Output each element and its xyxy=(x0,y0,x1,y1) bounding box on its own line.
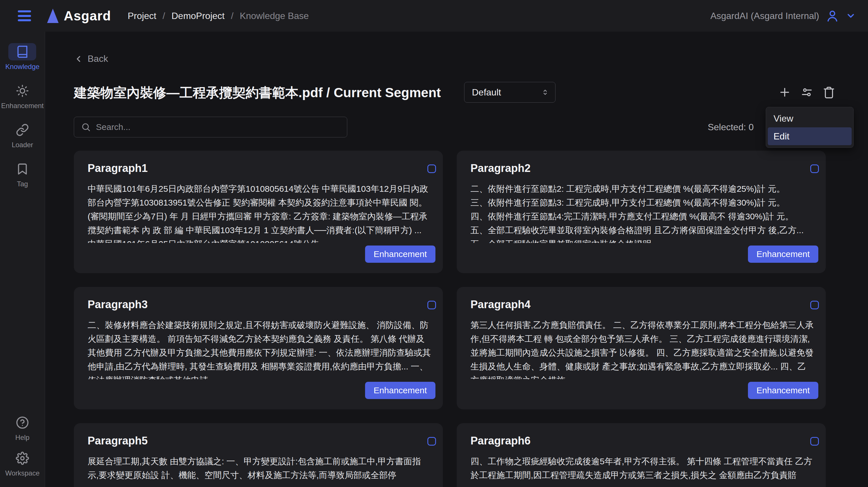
segment-select[interactable]: Default xyxy=(464,82,556,103)
card-text: 第三人任何損害,乙方應負賠償責任。 二、乙方得依專業分工原則,將本工程分包給第三… xyxy=(470,318,814,379)
card-checkbox[interactable] xyxy=(427,301,436,309)
hamburger-menu-icon[interactable] xyxy=(18,10,31,21)
brand-name: Asgard xyxy=(64,8,111,24)
search-icon xyxy=(81,122,91,132)
segment-select-value: Default xyxy=(472,87,541,98)
segment-card-paragraph5: Paragraph5 展延合理工期,其天數 由雙方協議之: 一、甲方變更設計:包… xyxy=(74,423,443,487)
sidebar-item-tag[interactable]: Tag xyxy=(9,161,36,188)
card-text: 二、裝修材料應合於建築技術規則之規定,且不得妨害或破壞防火避難設施、 消防設備、… xyxy=(88,318,431,379)
user-avatar-icon[interactable] xyxy=(826,9,839,23)
enhancement-button[interactable]: Enhancement xyxy=(365,246,435,263)
segment-card-paragraph6: Paragraph6 四、工作物之瑕疵經驗收完成後逾5年者,甲方不得主張。 第十… xyxy=(457,423,826,487)
toolbar-actions xyxy=(778,86,836,99)
page-title: 建築物室內裝修—工程承攬契約書範本.pdf / Current Segment xyxy=(74,84,441,102)
sidebar-item-label: Knowledge xyxy=(5,63,40,71)
card-checkbox[interactable] xyxy=(810,301,819,309)
card-text: 二、依附件進行至節點2: 工程完成時,甲方支付工程總價 %(最高不得逾25%)計… xyxy=(470,182,814,243)
sidebar-item-help[interactable]: Help xyxy=(8,414,36,441)
back-button[interactable]: Back xyxy=(74,54,108,64)
view-edit-menu: View Edit xyxy=(766,107,854,148)
topbar: Asgard Project / DemoProject / Knowledge… xyxy=(0,0,868,32)
breadcrumb-separator: / xyxy=(231,11,234,21)
bookmark-icon xyxy=(9,161,36,178)
card-text: 展延合理工期,其天數 由雙方協議之: 一、甲方變更設計:包含施工前或施工中,甲方… xyxy=(88,455,431,487)
sun-icon xyxy=(8,82,36,99)
sidebar: Knowledge Enhancement Loader xyxy=(0,32,45,487)
breadcrumb-demoproject[interactable]: DemoProject xyxy=(172,11,225,21)
main-content: Back 建築物室內裝修—工程承攬契約書範本.pdf / Current Seg… xyxy=(45,32,868,487)
menu-item-view[interactable]: View xyxy=(768,110,851,127)
sliders-settings-button[interactable] xyxy=(800,86,813,99)
book-icon xyxy=(8,43,36,60)
sidebar-item-label: Tag xyxy=(17,180,28,188)
app-logo[interactable]: Asgard xyxy=(47,8,111,24)
breadcrumb: Project / DemoProject / Knowledge Base xyxy=(127,11,309,21)
chevron-left-icon xyxy=(74,54,84,64)
trash-button[interactable] xyxy=(822,86,836,99)
card-title: Paragraph6 xyxy=(470,435,818,447)
enhancement-button[interactable]: Enhancement xyxy=(365,382,435,399)
card-title: Paragraph5 xyxy=(88,435,435,447)
select-chevrons-icon xyxy=(541,88,550,96)
user-area[interactable]: AsgardAI (Asgard Internal) xyxy=(710,9,856,23)
sidebar-footer: Help Workspace xyxy=(5,406,40,487)
breadcrumb-separator: / xyxy=(162,11,165,21)
segment-card-paragraph4: Paragraph4 第三人任何損害,乙方應負賠償責任。 二、乙方得依專業分工原… xyxy=(457,287,826,409)
segment-card-paragraph1: Paragraph1 中華民國101年6月25日內政部台內營字第10108056… xyxy=(74,151,443,273)
gear-icon xyxy=(8,450,36,467)
link-icon xyxy=(9,121,36,139)
card-text: 中華民國101年6月25日內政部台內營字第1010805614號公告 中華民國1… xyxy=(88,182,431,243)
card-text: 四、工作物之瑕疵經驗收完成後逾5年者,甲方不得主張。 第十四條 工程管理不當責任… xyxy=(470,455,814,487)
user-name: AsgardAI (Asgard Internal) xyxy=(710,11,819,21)
segment-card-paragraph2: Paragraph2 二、依附件進行至節點2: 工程完成時,甲方支付工程總價 %… xyxy=(457,151,826,273)
search-input[interactable] xyxy=(96,122,341,132)
breadcrumb-project[interactable]: Project xyxy=(127,11,156,21)
add-segment-button[interactable] xyxy=(778,86,791,99)
sidebar-item-label: Workspace xyxy=(5,469,40,477)
card-checkbox[interactable] xyxy=(427,165,436,173)
segment-card-paragraph3: Paragraph3 二、裝修材料應合於建築技術規則之規定,且不得妨害或破壞防火… xyxy=(74,287,443,409)
back-label: Back xyxy=(88,54,108,64)
card-title: Paragraph4 xyxy=(470,298,818,311)
help-circle-icon xyxy=(8,414,36,431)
menu-item-edit[interactable]: Edit xyxy=(768,127,851,145)
sidebar-item-label: Loader xyxy=(12,141,33,149)
breadcrumb-knowledge-base: Knowledge Base xyxy=(240,11,309,21)
chevron-down-icon[interactable] xyxy=(846,11,856,21)
enhancement-button[interactable]: Enhancement xyxy=(748,246,818,263)
selected-count: Selected: 0 xyxy=(650,122,754,133)
sidebar-item-enhancement[interactable]: Enhancement xyxy=(1,82,44,110)
sidebar-item-label: Help xyxy=(15,433,29,441)
card-title: Paragraph3 xyxy=(88,298,435,311)
sidebar-item-loader[interactable]: Loader xyxy=(9,121,36,149)
logo-triangle-icon xyxy=(47,9,59,23)
segment-card-grid: Paragraph1 中華民國101年6月25日內政部台內營字第10108056… xyxy=(74,151,826,487)
card-checkbox[interactable] xyxy=(427,437,436,446)
sidebar-item-knowledge[interactable]: Knowledge xyxy=(5,43,40,71)
card-title: Paragraph2 xyxy=(470,162,818,174)
card-checkbox[interactable] xyxy=(810,437,819,446)
enhancement-button[interactable]: Enhancement xyxy=(748,382,818,399)
sidebar-item-workspace[interactable]: Workspace xyxy=(5,450,40,477)
card-title: Paragraph1 xyxy=(88,162,435,174)
search-box[interactable] xyxy=(74,117,347,137)
sidebar-item-label: Enhancement xyxy=(1,102,44,110)
card-checkbox[interactable] xyxy=(810,165,819,173)
